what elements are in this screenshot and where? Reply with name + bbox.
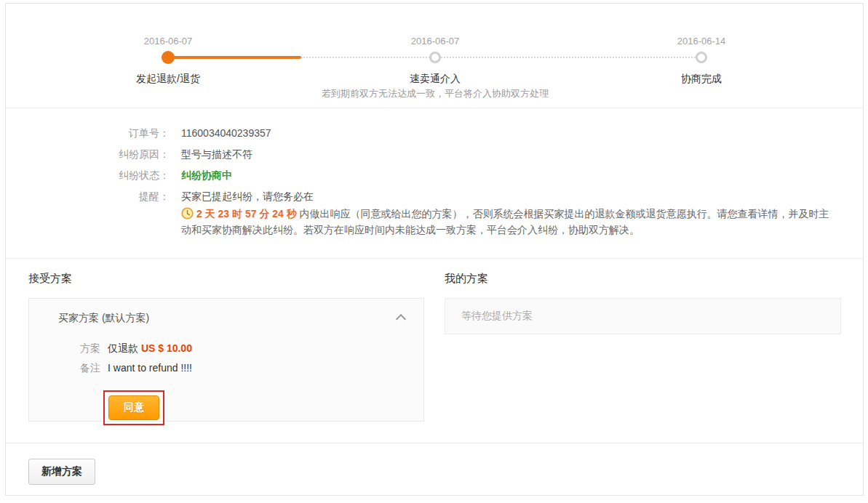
dispute-reason-row: 纠纷原因： 型号与描述不符 (6, 147, 863, 162)
timeline-step1-dot-done (162, 51, 175, 64)
timeline-step3-label: 协商完成 (621, 73, 781, 86)
highlight-box: 同意 (103, 390, 164, 425)
reminder-label: 提醒： (6, 189, 170, 238)
dispute-reason-label: 纠纷原因： (6, 147, 170, 162)
timeline-dotted-line (435, 57, 701, 58)
timeline-step1-date: 2016-06-07 (110, 36, 226, 47)
footer-actions: 新增方案 (6, 443, 863, 485)
plan-type-value: 仅退款 (108, 342, 138, 354)
timeline-step2-date: 2016-06-07 (377, 36, 493, 47)
clock-icon (181, 207, 194, 220)
dispute-status-label: 纠纷状态： (6, 168, 170, 183)
dispute-reason-value: 型号与描述不符 (181, 147, 252, 162)
order-number-value: 1160034040239357 (181, 126, 271, 141)
plan-note-row: 备注I want to refund !!!! (80, 362, 423, 375)
my-plan-placeholder-box: 等待您提供方案 (445, 298, 841, 334)
agree-button[interactable]: 同意 (108, 395, 159, 420)
timeline-step2-label: 速卖通介入 (355, 73, 515, 86)
my-plan-title: 我的方案 (445, 272, 841, 286)
add-plan-button[interactable]: 新增方案 (28, 459, 95, 485)
plan-label: 方案 (80, 342, 100, 354)
order-number-row: 订单号： 1160034040239357 (6, 126, 863, 141)
reminder-line1: 买家已提起纠纷，请您务必在 (181, 189, 836, 204)
chevron-up-icon[interactable] (396, 314, 406, 324)
timeline-step3-date: 2016-06-14 (643, 36, 760, 47)
buyer-plan-title: 买家方案 (默认方案) (58, 312, 149, 325)
reminder-row: 提醒： 买家已提起纠纷，请您务必在 2 天 23 时 57 分 24 秒 内做出… (6, 189, 863, 238)
dispute-status-badge: 纠纷协商中 (181, 168, 232, 183)
timeline-step3-dot-pending (696, 52, 707, 63)
timeline-progress-line (168, 56, 301, 59)
dispute-status-row: 纠纷状态： 纠纷协商中 (6, 168, 863, 183)
buyer-plan-card-header[interactable]: 买家方案 (默认方案) (29, 299, 423, 325)
timeline-step1-label: 发起退款/退货 (88, 73, 248, 86)
accept-plan-title: 接受方案 (28, 272, 424, 286)
my-plan-placeholder-text: 等待您提供方案 (461, 310, 533, 321)
dispute-timeline: 2016-06-07 2016-06-07 2016-06-14 发起退款/退货… (6, 4, 863, 108)
order-number-label: 订单号： (6, 126, 170, 141)
plans-section: 接受方案 买家方案 (默认方案) 方案仅退款 US $ 10.00 备注I wa… (6, 259, 863, 422)
plan-type-row: 方案仅退款 US $ 10.00 (80, 342, 423, 355)
buyer-plan-card: 买家方案 (默认方案) 方案仅退款 US $ 10.00 备注I want to… (28, 298, 424, 422)
note-value: I want to refund !!!! (108, 362, 192, 374)
reminder-paragraph: 2 天 23 时 57 分 24 秒 内做出响应（同意或给出您的方案），否则系统… (181, 206, 836, 238)
refund-amount: US $ 10.00 (141, 342, 192, 354)
note-label: 备注 (80, 362, 100, 374)
timeline-step2-dot-pending (429, 52, 441, 63)
response-countdown: 2 天 23 时 57 分 24 秒 (196, 208, 297, 220)
order-info-section: 订单号： 1160034040239357 纠纷原因： 型号与描述不符 纠纷状态… (6, 108, 863, 259)
timeline-dotted-line (301, 57, 435, 58)
timeline-step2-note: 若到期前双方无法达成一致，平台将介入协助双方处理 (224, 87, 646, 100)
dispute-detail-panel: 2016-06-07 2016-06-07 2016-06-14 发起退款/退货… (5, 3, 864, 496)
